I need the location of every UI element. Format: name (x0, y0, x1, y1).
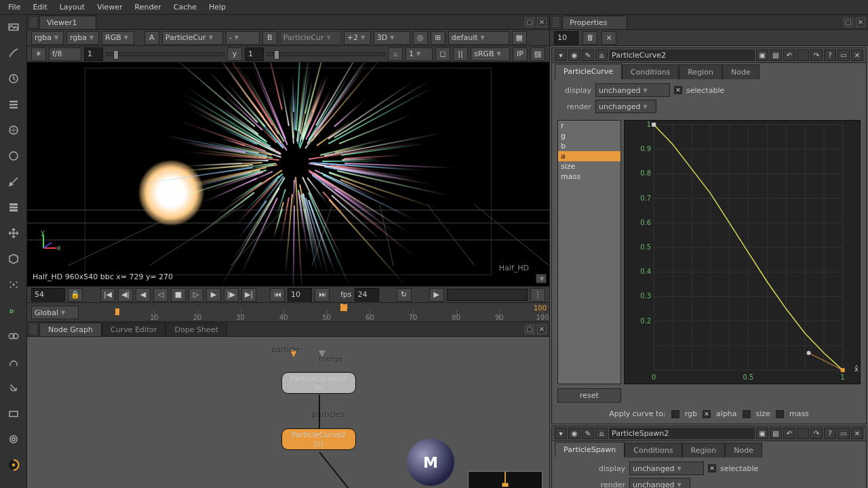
input-a-button[interactable]: A (144, 31, 159, 45)
edit-expr-icon[interactable]: ✎ (582, 428, 594, 439)
current-frame-field[interactable]: 54 (31, 288, 65, 302)
zoom-icon[interactable]: ⌕ (388, 47, 403, 61)
redo-icon[interactable]: ↷ (810, 428, 823, 439)
edit-expr-icon[interactable]: ✎ (582, 49, 594, 61)
gain-slider[interactable] (106, 52, 224, 56)
collapse-button[interactable]: ▾ (555, 428, 567, 439)
channel-a-dropdown[interactable]: rgba▼ (31, 31, 64, 45)
close-panel-button[interactable]: ✕ (851, 49, 863, 61)
input-b-dropdown[interactable]: ParticleCur▼ (280, 31, 341, 45)
menu-viewer[interactable]: Viewer (92, 1, 127, 13)
float-icon[interactable]: ▣ (756, 49, 768, 61)
display-dropdown[interactable]: unchanged▼ (629, 462, 704, 475)
redo-icon[interactable]: ↷ (810, 49, 823, 61)
step-back-button[interactable]: ◀ (136, 288, 151, 302)
tool-keyer-icon[interactable] (4, 172, 23, 191)
wipe-dropdown[interactable]: -▼ (226, 31, 260, 45)
panel-close-button[interactable]: ✕ (856, 18, 865, 27)
tool-toolsets-icon[interactable] (4, 378, 23, 397)
dup-icon[interactable]: ▧ (770, 49, 782, 61)
attr-item-mass[interactable]: mass (558, 171, 620, 182)
menu-help[interactable]: Help (203, 1, 231, 13)
menu-file[interactable]: File (3, 1, 26, 13)
tab-particlespawn[interactable]: ParticleSpawn (555, 442, 625, 458)
external-play-button[interactable]: ▶ (429, 288, 444, 302)
frame-field[interactable]: 10 (288, 288, 312, 302)
dup-icon[interactable]: ▧ (770, 428, 782, 439)
loop-mode-button[interactable]: ↻ (397, 288, 412, 302)
panel-grip-icon[interactable] (30, 18, 37, 27)
node-particlespawn2[interactable]: ParticleSpawn2 (b) (281, 372, 356, 394)
timeline-menu-icon[interactable]: ⋮ (530, 288, 545, 302)
attr-item-b[interactable]: b (558, 141, 620, 151)
tab-curve-editor[interactable]: Curve Editor (102, 323, 166, 336)
timeline-scrub[interactable] (447, 289, 528, 301)
tool-3d-icon[interactable] (4, 249, 23, 268)
stop-button[interactable]: ■ (171, 288, 186, 302)
slider-handle[interactable] (113, 50, 119, 60)
tool-all-plugins-icon[interactable] (4, 430, 23, 449)
play-button[interactable]: ▶ (206, 288, 221, 302)
tool-image-icon[interactable] (4, 18, 23, 37)
view-mode-dropdown[interactable]: 3D▼ (374, 31, 410, 45)
tool-deep-icon[interactable]: D (4, 301, 23, 320)
undo-icon[interactable]: ↶ (783, 428, 795, 439)
tool-color-icon[interactable] (4, 121, 23, 140)
play-fwd-button[interactable]: ⏭ (315, 288, 330, 302)
help-button[interactable]: ? (824, 428, 836, 439)
slider-handle[interactable] (274, 50, 279, 60)
reset-curve-button[interactable]: reset (557, 388, 621, 403)
selectable-checkbox[interactable] (708, 464, 716, 472)
help-button[interactable]: ? (824, 49, 836, 61)
clear-panels-icon[interactable]: 🗑 (583, 31, 597, 45)
menu-render[interactable]: Render (130, 1, 167, 13)
float-icon[interactable]: ▣ (756, 428, 768, 439)
tool-other-icon[interactable] (4, 404, 23, 423)
attr-item-g[interactable]: g (558, 131, 620, 141)
timeline-ruler[interactable]: Global▼ 10203040506070809010054100 (27, 302, 549, 321)
first-frame-button[interactable]: |◀ (100, 288, 115, 302)
curve-canvas[interactable]: 0.20.30.40.50.60.70.80.9100.51 x̂ (624, 120, 861, 384)
fps-field[interactable]: 24 (355, 288, 379, 302)
camera-icon[interactable]: ◎ (413, 31, 428, 45)
roi-icon[interactable]: ◻ (435, 47, 450, 61)
redo-button-gap[interactable] (797, 428, 809, 439)
viewer-viewport[interactable]: xy Half_HD 960x540 bbc x= 729 y= 270 Hal… (27, 62, 549, 286)
tab-node-graph[interactable]: Node Graph (39, 323, 102, 336)
center-node-icon[interactable]: ◉ (568, 49, 580, 61)
panel-float-button[interactable]: ▢ (525, 325, 534, 334)
tab-region[interactable]: Region (679, 64, 722, 79)
reveal-icon[interactable]: ⌂ (595, 428, 608, 439)
tool-merge-icon[interactable] (4, 198, 23, 217)
apply-mass-checkbox[interactable] (776, 410, 784, 418)
menu-cache[interactable]: Cache (168, 1, 202, 13)
tool-views-icon[interactable] (4, 327, 23, 346)
collapse-button[interactable]: ▾ (555, 49, 567, 61)
hatched-toggle-icon[interactable]: ▨ (530, 47, 545, 61)
panel-grip-icon[interactable] (30, 325, 37, 334)
tool-filter-icon[interactable] (4, 146, 23, 165)
lock-view-icon[interactable]: ⊞ (431, 31, 446, 45)
proxy-dropdown[interactable]: 1▼ (406, 47, 433, 61)
gain-dropdown[interactable]: +2▼ (344, 31, 371, 45)
max-panels-field[interactable]: 10 (554, 31, 578, 45)
center-node-icon[interactable]: ◉ (568, 428, 580, 439)
last-frame-button[interactable]: ▶| (241, 288, 256, 302)
colorspace-dropdown[interactable]: sRGB▼ (471, 47, 510, 61)
input-a-dropdown[interactable]: ParticleCur▼ (162, 31, 223, 45)
channel-b-dropdown[interactable]: rgba▼ (66, 31, 99, 45)
menu-edit[interactable]: Edit (27, 1, 52, 13)
minimize-icon[interactable]: ▭ (837, 428, 850, 439)
selectable-checkbox[interactable] (674, 86, 682, 94)
panel-close-button[interactable]: ✕ (537, 325, 547, 334)
minimize-icon[interactable]: ▭ (837, 49, 850, 61)
gamma-value-field[interactable]: 1 (245, 47, 264, 61)
apply-rgb-checkbox[interactable] (671, 410, 679, 418)
tab-conditions[interactable]: Conditions (625, 443, 682, 458)
ip-toggle-button[interactable]: IP (513, 47, 528, 61)
tab-node[interactable]: Node (722, 64, 760, 79)
tool-metadata-icon[interactable] (4, 352, 23, 371)
play-back-button[interactable]: ⏮ (270, 288, 285, 302)
tool-draw-icon[interactable] (4, 43, 23, 62)
menu-layout[interactable]: Layout (54, 1, 90, 13)
